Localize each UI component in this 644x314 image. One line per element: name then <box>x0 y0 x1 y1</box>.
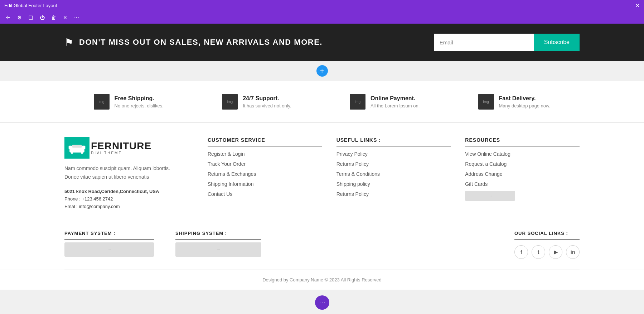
couch-svg <box>68 141 86 155</box>
twitter-button[interactable]: t <box>532 245 545 259</box>
resource-placeholder-img: ··· <box>465 191 515 201</box>
support-desc: It has survived not only. <box>243 103 291 108</box>
list-item: Address Change <box>465 171 580 177</box>
terms-conditions-link[interactable]: Terms & Conditions <box>336 171 380 177</box>
youtube-button[interactable]: ▶ <box>549 245 562 259</box>
returns-policy-2-link[interactable]: Returns Policy <box>336 191 369 197</box>
support-title: 24/7 Support. <box>243 95 291 102</box>
linkedin-button[interactable]: in <box>566 245 580 259</box>
list-item: Request a Catalog <box>465 161 580 167</box>
editor-bar-title: Edit Global Footer Layout <box>4 3 57 8</box>
resources-heading: RESOURCES <box>465 137 580 146</box>
payment-placeholder: ··· <box>64 242 154 257</box>
newsletter-right: Subscribe <box>434 34 580 51</box>
settings-toolbar-icon[interactable]: ⚙ <box>15 13 24 22</box>
payment-heading: PAYMENT SYSTEM : <box>64 231 154 240</box>
newsletter-left: ⚑ DON'T MISS OUT ON SALES, NEW ARRIVALS … <box>64 37 323 48</box>
customer-service-heading: CUSTOMER SERVICE <box>208 137 322 146</box>
bottom-floating-area: ⋯ <box>0 290 644 314</box>
footer-copyright: Designed by Company Name © 2023 All Righ… <box>0 270 644 290</box>
list-item: Track Your Order <box>208 161 322 167</box>
social-links: f t ▶ in <box>514 245 580 259</box>
newsletter-text: DON'T MISS OUT ON SALES, NEW ARRIVALS AN… <box>79 38 323 47</box>
delivery-title: Fast Delivery. <box>499 95 551 102</box>
customer-service-col: CUSTOMER SERVICE Register & Login Track … <box>208 137 322 209</box>
add-section-button[interactable]: + <box>316 65 328 77</box>
newsletter-icon: ⚑ <box>64 37 73 48</box>
list-item: View Online Catalog <box>465 151 580 157</box>
svg-rect-1 <box>69 146 72 149</box>
address-change-link[interactable]: Address Change <box>465 171 502 177</box>
logo-text: FERNITURE <box>91 141 151 151</box>
add-toolbar-icon[interactable]: ✛ <box>4 13 12 22</box>
list-item: Returns Policy <box>336 161 451 167</box>
resources-list: View Online Catalog Request a Catalog Ad… <box>465 151 580 201</box>
shipping-placeholder: ··· <box>175 242 261 257</box>
resources-col: RESOURCES View Online Catalog Request a … <box>465 137 580 209</box>
editor-bar: Edit Global Footer Layout ✕ <box>0 0 644 11</box>
brand-email: Emal : info@company.com <box>64 204 179 209</box>
feature-payment: img Online Payment. All the Lorem Ipsum … <box>350 94 420 110</box>
svg-rect-4 <box>81 152 83 154</box>
newsletter-section: ⚑ DON'T MISS OUT ON SALES, NEW ARRIVALS … <box>0 24 644 61</box>
support-icon: img <box>222 94 238 110</box>
dots-button[interactable]: ⋯ <box>315 295 329 310</box>
facebook-button[interactable]: f <box>514 245 528 259</box>
returns-policy-link[interactable]: Returns Policy <box>336 161 369 167</box>
list-item: ··· <box>465 191 580 201</box>
copyright-text: Designed by Company Name © 2023 All Righ… <box>262 277 382 282</box>
close-icon[interactable]: ✕ <box>635 2 640 9</box>
payment-desc: All the Lorem Ipsum on. <box>371 103 420 108</box>
list-item: Gift Cards <box>465 181 580 187</box>
payment-col: PAYMENT SYSTEM : ··· <box>64 231 154 257</box>
gift-cards-link[interactable]: Gift Cards <box>465 181 488 187</box>
view-catalog-link[interactable]: View Online Catalog <box>465 151 510 157</box>
list-item: Returns Policy <box>336 191 451 197</box>
subscribe-button[interactable]: Subscribe <box>534 34 580 51</box>
contact-us-link[interactable]: Contact Us <box>208 191 232 197</box>
payment-title: Online Payment. <box>371 95 420 102</box>
list-item: Contact Us <box>208 191 322 197</box>
toggle-toolbar-icon[interactable]: ⏻ <box>38 13 47 22</box>
brand-phone: Phone : +123.456.2742 <box>64 196 179 202</box>
add-section-area: + <box>0 61 644 81</box>
footer-top: FERNITURE DIVI THEME Nam commodo suscipi… <box>64 137 580 209</box>
toolbar-row: ✛ ⚙ ❑ ⏻ 🗑 ✕ ⋯ <box>0 11 644 24</box>
delete-toolbar-icon[interactable]: 🗑 <box>49 13 58 22</box>
free-shipping-title: Free Shipping. <box>115 95 164 102</box>
free-shipping-icon: img <box>94 94 110 110</box>
shipping-info-link[interactable]: Shipping Information <box>208 181 253 187</box>
payment-icon: img <box>350 94 365 110</box>
shipping-policy-link[interactable]: Shipping policy <box>336 181 370 187</box>
footer-brand: FERNITURE DIVI THEME Nam commodo suscipi… <box>64 137 179 209</box>
register-login-link[interactable]: Register & Login <box>208 151 245 157</box>
features-section: img Free Shipping. No one rejects, disli… <box>0 81 644 123</box>
list-item: Shipping Information <box>208 181 322 187</box>
svg-rect-5 <box>72 145 82 148</box>
request-catalog-link[interactable]: Request a Catalog <box>465 161 507 167</box>
feature-delivery: img Fast Delivery. Many desktop page now… <box>478 94 551 110</box>
track-order-link[interactable]: Track Your Order <box>208 161 246 167</box>
more-toolbar-icon[interactable]: ⋯ <box>72 13 81 22</box>
shipping-col: SHIPPING SYSTEM : ··· <box>175 231 261 257</box>
duplicate-toolbar-icon[interactable]: ❑ <box>26 13 35 22</box>
list-item: Register & Login <box>208 151 322 157</box>
social-heading: OUR SOCIAL LINKS : <box>514 231 580 240</box>
delivery-icon: img <box>478 94 494 110</box>
brand-address: 5021 knox Road,Ceriden,Connecticut, USA <box>64 189 179 194</box>
feature-free-shipping: img Free Shipping. No one rejects, disli… <box>94 94 164 110</box>
shipping-heading: SHIPPING SYSTEM : <box>175 231 261 240</box>
feature-support: img 24/7 Support. It has survived not on… <box>222 94 291 110</box>
email-input[interactable] <box>434 34 534 51</box>
brand-desc: Nam commodo suscipit quam. Aliquam lobor… <box>64 164 179 182</box>
list-item: Shipping policy <box>336 181 451 187</box>
returns-exchanges-link[interactable]: Returns & Exchanges <box>208 171 256 177</box>
brand-logo: FERNITURE DIVI THEME <box>64 137 179 159</box>
useful-links-heading: USEFUL LINKS : <box>336 137 451 146</box>
close-toolbar-icon[interactable]: ✕ <box>61 13 69 22</box>
customer-service-list: Register & Login Track Your Order Return… <box>208 151 322 197</box>
logo-icon <box>64 137 89 159</box>
useful-links-list: Privacy Policy Returns Policy Terms & Co… <box>336 151 451 197</box>
privacy-policy-link[interactable]: Privacy Policy <box>336 151 368 157</box>
footer-bottom-section: PAYMENT SYSTEM : ··· SHIPPING SYSTEM : ·… <box>0 223 644 270</box>
